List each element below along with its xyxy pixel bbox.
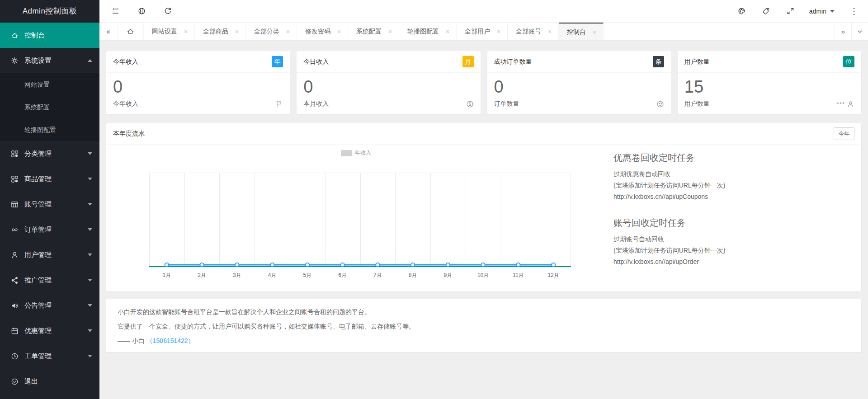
sidebar-item-user-mgmt[interactable]: 用户管理 [0,242,99,268]
close-icon[interactable]: × [591,28,598,36]
stat-card-footer-label: 今年收入 [113,100,138,108]
user-icon [11,251,24,259]
speaker-icon [11,302,24,310]
tab-label: 全部商品 [203,28,228,36]
year-range-button[interactable]: 今年 [834,127,854,140]
fullscreen-icon[interactable] [785,5,797,17]
data-point-marker [270,263,274,267]
sidebar-item-account-mgmt[interactable]: 账号管理 [0,192,99,217]
dollar-circle-icon [466,100,474,108]
tab-all-users[interactable]: 全部用户× [457,23,508,40]
close-icon[interactable]: × [336,28,342,35]
stat-card-body: 0订单数量 [487,73,671,108]
qq-link[interactable]: （1506151422） [146,337,194,344]
data-point-marker [376,263,379,267]
sidebar-item-logout[interactable]: 退出 [0,369,99,394]
close-icon[interactable]: × [234,28,240,35]
tag-icon[interactable] [760,5,772,17]
tab-label: 网站设置 [152,28,177,36]
stat-card-success-orders: 成功订单数量条0订单数量 [487,51,671,114]
stat-card-value: 15 [684,75,854,98]
caret-down-icon [88,304,92,307]
table-icon [11,201,24,208]
stat-card-footer: 今年收入 [113,100,283,108]
close-icon[interactable]: × [495,28,502,35]
close-icon[interactable]: × [547,28,553,35]
clock-icon [11,352,24,360]
x-axis-tick-label: 9月 [444,272,453,279]
x-axis-tick-label: 7月 [373,272,382,279]
stat-card-value: 0 [494,75,664,98]
chart-legend: 年收入 [106,149,606,157]
data-point-marker [446,263,450,267]
data-point-marker [481,263,485,267]
x-axis-tick-label: 6月 [338,272,347,279]
sidebar-item-coupon-mgmt[interactable]: 优惠管理 [0,318,99,343]
sidebar-item-label: 优惠管理 [24,327,52,335]
kebab-menu-icon[interactable]: ⋮ [847,7,861,15]
palette-icon[interactable] [736,5,748,17]
data-point-marker [516,263,520,267]
about-line-3: —— 小白 （1506151422） [118,333,850,348]
menu-collapse-icon[interactable] [109,5,121,17]
tab-all-categories[interactable]: 全部分类× [246,23,297,40]
sidebar-item-order-mgmt[interactable]: 订单管理 [0,217,99,242]
close-icon[interactable]: × [285,28,291,35]
tab-home[interactable] [118,23,144,40]
sidebar-item-label: 控制台 [24,31,45,40]
stat-card-title: 成功订单数量 [494,58,532,66]
x-axis-tick-label: 11月 [513,272,524,279]
tab-change-password[interactable]: 修改密码× [297,23,348,40]
stat-card-footer-label: 本月收入 [303,100,329,108]
caret-down-icon [88,279,92,282]
sidebar-item-label: 推广管理 [24,276,52,285]
sidebar-item-notice-mgmt[interactable]: 公告管理 [0,293,99,318]
sidebar-item-goods-mgmt[interactable]: 商品管理 [0,166,99,192]
sidebar-item-promo-mgmt[interactable]: 推广管理 [0,268,99,293]
sidebar-item-system-settings[interactable]: 系统设置 [0,48,99,73]
admin-user-dropdown[interactable]: admin [809,8,835,15]
legend-label: 年收入 [355,149,371,157]
stat-card-value: 0 [113,75,283,98]
dollar-circle-icon [466,100,474,108]
sidebar-item-label: 工单管理 [24,352,52,361]
tab-console[interactable]: 控制台× [559,23,604,40]
sidebar-item-console[interactable]: 控制台 [0,23,99,48]
sidebar-item-label: 用户管理 [24,251,52,259]
stat-card-header: 成功订单数量条 [487,51,671,73]
task-line: http://v.kxboxs.cn//api/upCoupons [613,191,826,202]
sidebar-subitem-site-settings[interactable]: 网站设置 [0,73,99,96]
tab-label: 全部用户 [465,28,490,36]
stat-card-title: 今日收入 [303,58,329,66]
close-icon[interactable]: × [444,28,451,35]
sidebar-item-ticket-mgmt[interactable]: 工单管理 [0,343,99,369]
tabs-scroll-left-button[interactable]: « [99,23,118,40]
sidebar-item-category-mgmt[interactable]: 分类管理 [0,141,99,166]
legend-item-year-income[interactable]: 年收入 [341,149,371,157]
caret-down-icon [88,253,92,256]
legend-swatch [341,150,352,156]
line-series-year-income [149,173,571,266]
close-icon[interactable]: × [183,28,189,35]
tab-system-config[interactable]: 系统配置× [348,23,399,40]
tab-carousel-config[interactable]: 轮播图配置× [399,23,457,40]
stat-card-unit-badge: 年 [272,56,283,67]
sidebar-subitem-system-config[interactable]: 系统配置 [0,96,99,118]
x-axis-tick-label: 5月 [303,272,312,279]
stat-card-footer: 用户数量*** [684,100,854,108]
sidebar-subitem-carousel-config[interactable]: 轮播图配置 [0,118,99,141]
tabs-dropdown-button[interactable] [851,23,868,40]
tab-all-goods[interactable]: 全部商品× [195,23,246,40]
tabs-scroll-right-button[interactable]: » [835,23,851,40]
globe-icon[interactable] [136,5,147,17]
x-axis-tick-label: 3月 [233,272,241,279]
panel-body: 年收入 1月2月3月4月5月6月7月8月9月10月11月12月 优惠卷回收定时任… [106,145,861,291]
person-icon: *** [837,100,854,108]
tab-site-settings[interactable]: 网站设置× [144,23,195,40]
close-icon[interactable]: × [387,28,393,35]
tab-all-accounts[interactable]: 全部账号× [508,23,559,40]
app-title: Admin控制面板 [0,0,99,23]
stat-cards-row: 今年收入年0今年收入今日收入月0本月收入成功订单数量条0订单数量用户数量位15用… [106,51,861,114]
refresh-icon[interactable] [162,5,174,17]
x-axis-tick-label: 4月 [268,272,277,279]
